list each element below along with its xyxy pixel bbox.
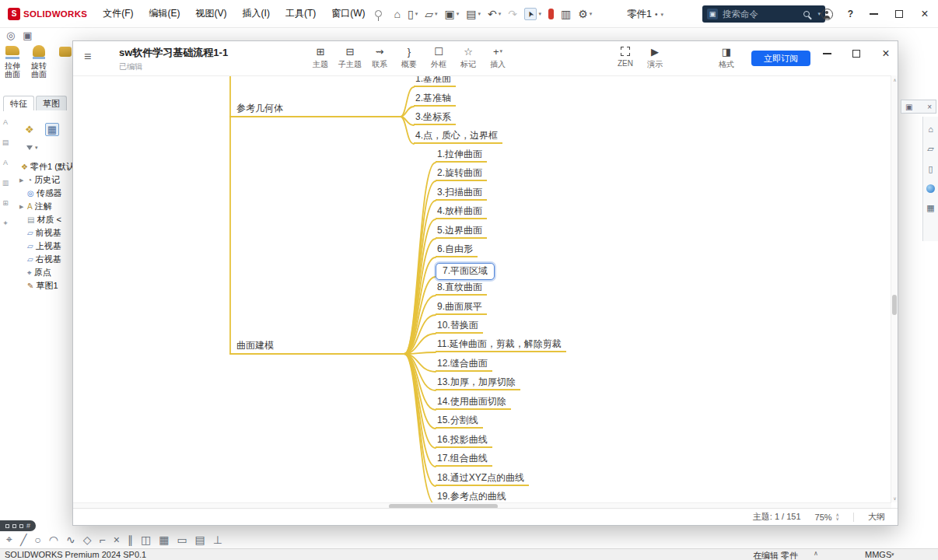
mindmap-topic[interactable]: 6.自由形	[436, 243, 478, 257]
spline-icon[interactable]: ∿	[66, 534, 75, 546]
vertical-scroll-thumb[interactable]	[892, 295, 897, 315]
mindmap-topic[interactable]: 14.使用曲面切除	[436, 396, 511, 410]
mindmap-topic[interactable]: 4.点，质心，边界框	[414, 130, 502, 144]
mindmap-topic[interactable]: 9.曲面展平	[436, 301, 487, 315]
mindmap-topic[interactable]: 10.替换面	[436, 320, 483, 334]
document-switch-chevron-icon[interactable]: ▾	[660, 12, 663, 18]
minimize-button[interactable]	[868, 9, 879, 19]
mindmap-topic[interactable]: 参考几何体	[236, 102, 283, 115]
feature-manager-filter[interactable]: ▾	[26, 143, 72, 152]
format-button[interactable]: ◨格式	[712, 45, 740, 70]
tree-item-front-plane[interactable]: ▱前视基	[12, 226, 72, 240]
home-icon[interactable]: ⌂	[394, 9, 401, 19]
revolved-surface-tool[interactable]: 旋转曲面	[28, 44, 50, 79]
file-properties-icon[interactable]: ▥	[561, 9, 571, 19]
help-icon[interactable]: ?	[848, 9, 853, 19]
tree-item-right-plane[interactable]: ▱右视基	[12, 253, 72, 266]
command-search[interactable]: ▣ 搜索命令 ▾	[702, 5, 825, 23]
mindmap-canvas[interactable]: 参考几何体1.基准面2.基准轴3.坐标系4.点，质心，边界框曲面建模1.拉伸曲面…	[73, 75, 891, 502]
mindmap-topic-selected[interactable]: 7.平面区域	[436, 263, 495, 280]
mindmap-topic[interactable]: 13.加厚，加厚切除	[436, 376, 520, 390]
expand-caret-icon[interactable]: ▶	[19, 177, 25, 184]
options-icon[interactable]: ⚙▾	[578, 9, 592, 19]
file-explorer-icon[interactable]: ▯	[928, 164, 933, 174]
print-icon[interactable]: ▤▾	[466, 9, 481, 19]
search-icon[interactable]	[803, 11, 810, 17]
expand-caret-icon[interactable]: ▶	[19, 204, 25, 210]
mindmap-topic[interactable]: 1.拉伸曲面	[436, 149, 487, 163]
menu-tools[interactable]: 工具(T)	[285, 7, 316, 20]
summary-button[interactable]: }概要	[395, 45, 423, 70]
rail-tool-icon-5[interactable]: ⊞	[2, 199, 9, 207]
custom-properties-icon[interactable]: ▦	[926, 203, 934, 213]
fillet-icon[interactable]: ⌐	[100, 534, 106, 546]
mindmap-topic[interactable]: 1.基准面	[414, 75, 456, 87]
linear-pattern-icon[interactable]: ▦	[159, 534, 169, 546]
rail-tool-icon-6[interactable]: ✦	[2, 219, 9, 227]
select-cursor-icon[interactable]: ➤▾	[524, 8, 541, 20]
mindmap-topic[interactable]: 16.投影曲线	[436, 434, 492, 448]
zoom-control[interactable]: 75% ∧∨	[815, 513, 839, 522]
topic-button[interactable]: ⊞主题	[306, 45, 334, 70]
mindmap-topic[interactable]: 12.缝合曲面	[436, 358, 492, 372]
image-capture-icon[interactable]: ▣	[23, 30, 32, 41]
mindmap-topic[interactable]: 2.基准轴	[414, 93, 456, 107]
vertical-scrollbar[interactable]: ∧ ∨	[891, 75, 898, 502]
present-button[interactable]: ▶演示	[641, 45, 669, 70]
filter-icon[interactable]	[26, 145, 33, 150]
zen-mode-button[interactable]: ZEN	[611, 45, 639, 70]
mindmap-topic[interactable]: 曲面建模	[236, 339, 274, 352]
rail-tool-icon-1[interactable]: A	[3, 118, 8, 126]
tab-features[interactable]: 特征	[3, 96, 34, 111]
maximize-button[interactable]	[894, 9, 905, 19]
circle-icon[interactable]: ○	[34, 534, 40, 546]
menu-view[interactable]: 视图(V)	[196, 7, 227, 20]
tab-sketch[interactable]: 草图	[36, 96, 67, 111]
tree-item-origin[interactable]: ⌖原点	[12, 266, 72, 279]
tree-item-sensors[interactable]: ◎传感器	[12, 187, 72, 200]
mindmap-topic[interactable]: 2.旋转曲面	[436, 167, 487, 181]
mindmap-topic[interactable]: 3.扫描曲面	[436, 187, 487, 201]
undo-icon[interactable]: ↶▾	[488, 9, 501, 19]
tree-item-annotations[interactable]: ▶A注解	[12, 200, 72, 213]
rail-tool-icon-3[interactable]: A	[3, 159, 8, 166]
menu-file[interactable]: 文件(F)	[103, 7, 133, 20]
mindmap-topic[interactable]: 5.边界曲面	[436, 225, 487, 239]
marker-button[interactable]: ☆标记	[454, 45, 482, 70]
zoom-stepper-icon[interactable]: ∧∨	[836, 513, 839, 521]
save-icon[interactable]: ▣▾	[445, 9, 460, 19]
mindmap-topic[interactable]: 15.分割线	[436, 415, 483, 429]
close-button[interactable]: ×	[919, 9, 930, 19]
rebuild-icon[interactable]	[548, 9, 554, 19]
trim-icon[interactable]: ×	[114, 534, 120, 546]
scroll-up-icon[interactable]: ∧	[891, 77, 898, 82]
rail-tool-icon-4[interactable]: ▥	[2, 179, 9, 187]
tree-item-top-plane[interactable]: ▱上视基	[12, 240, 72, 253]
units-chevron-icon[interactable]: ▾	[891, 551, 894, 558]
menu-edit[interactable]: 编辑(E)	[149, 7, 180, 20]
relations-icon[interactable]: ⊥	[213, 534, 222, 546]
subscribe-button[interactable]: 立即订阅	[751, 51, 810, 66]
relationship-button[interactable]: ⇝联系	[366, 45, 394, 70]
tree-item-history[interactable]: ▶◔历史记	[12, 173, 72, 187]
tree-item-part[interactable]: ❖零件1 (默认	[12, 160, 72, 173]
pin-panel-icon[interactable]: ▣	[905, 103, 912, 111]
close-panel-icon[interactable]: ×	[927, 103, 932, 111]
mindmap-topic[interactable]: 4.放样曲面	[436, 205, 487, 219]
tree-item-material[interactable]: ▤材质 <	[12, 213, 72, 226]
rail-tool-icon-2[interactable]: ▤	[2, 138, 9, 146]
offset-icon[interactable]: ∥	[128, 534, 133, 546]
menu-icon[interactable]: ≡	[84, 50, 91, 64]
mindmap-minimize-button[interactable]	[821, 48, 832, 59]
arc-icon[interactable]: ◠	[49, 534, 58, 546]
subtopic-button[interactable]: ⊟子主题	[336, 45, 364, 70]
redo-icon[interactable]: ↷	[508, 9, 517, 19]
mindmap-close-button[interactable]: ×	[880, 48, 891, 59]
rectangle-icon[interactable]: ▭	[177, 534, 187, 546]
account-icon[interactable]	[821, 9, 833, 20]
menu-window[interactable]: 窗口(W)	[331, 7, 365, 20]
filter-chevron-icon[interactable]: ▾	[35, 145, 38, 151]
display-pane-icon[interactable]: ▦	[45, 123, 59, 136]
home-icon[interactable]: ⌂	[928, 124, 933, 134]
boundary-button[interactable]: ☐外框	[425, 45, 453, 70]
